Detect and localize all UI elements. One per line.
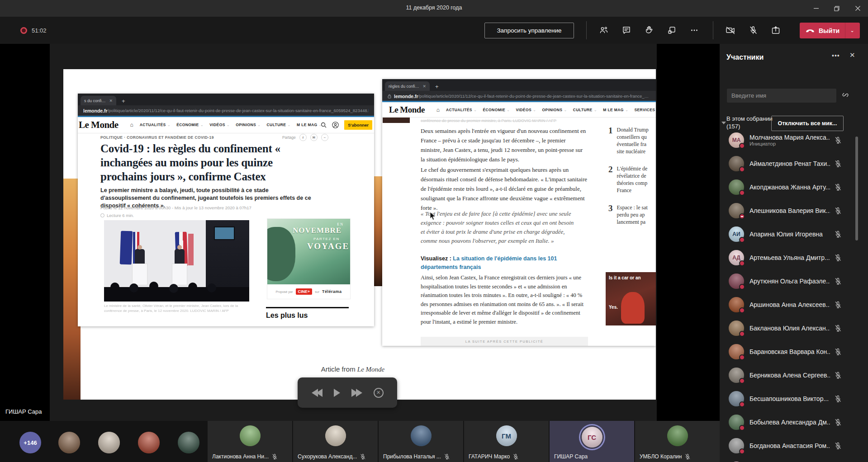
participant-row[interactable]: Алешникова Валерия Вик... bbox=[720, 199, 868, 222]
browser-tab[interactable]: règles du confi… ✕ bbox=[385, 81, 430, 91]
nav-item[interactable]: M LE MAG bbox=[603, 108, 628, 112]
more-actions-button[interactable] bbox=[687, 22, 702, 38]
most-read-item[interactable]: 3 Espace : le sat perdu peu ap lancement… bbox=[608, 204, 656, 226]
participant-row[interactable]: Бакланова Юлия Алексан... bbox=[720, 316, 868, 340]
copy-link-icon[interactable] bbox=[841, 90, 850, 99]
play-button[interactable] bbox=[334, 389, 340, 397]
mic-off-icon[interactable] bbox=[834, 160, 842, 168]
participant-row[interactable]: Акопджанова Жанна Арту... bbox=[720, 175, 868, 199]
mic-off-icon[interactable] bbox=[834, 348, 842, 356]
breakout-rooms-button[interactable] bbox=[664, 22, 679, 38]
leave-options-chevron-icon[interactable]: ⌄ bbox=[845, 28, 859, 33]
panel-more-icon[interactable]: ••• bbox=[832, 52, 840, 59]
overflow-count-bubble[interactable]: +146 bbox=[19, 432, 41, 453]
video-tile[interactable]: Лактионова Анна Ни... bbox=[208, 421, 292, 462]
scrollbar-thumb[interactable] bbox=[855, 137, 858, 240]
leave-button[interactable]: Выйти ⌄ bbox=[800, 23, 860, 38]
participant-row[interactable]: Аймалетдинов Ренат Тахи... bbox=[720, 152, 868, 175]
nav-item[interactable]: CULTURE bbox=[573, 108, 597, 112]
participant-avatar[interactable] bbox=[178, 432, 199, 453]
nav-item[interactable]: ACTUALITÉS bbox=[140, 123, 171, 127]
participant-row[interactable]: Богданова Анастасия Ром... bbox=[720, 434, 868, 457]
mic-off-icon[interactable] bbox=[834, 442, 842, 450]
presenter-video-offline[interactable] bbox=[0, 44, 50, 421]
mic-off-icon[interactable] bbox=[834, 254, 842, 262]
participant-row[interactable]: АД Артемьева Ульяна Дмитр... bbox=[720, 246, 868, 269]
home-icon[interactable]: ⌂ bbox=[130, 122, 133, 128]
lemonde-logo[interactable]: Le Monde bbox=[389, 105, 425, 115]
most-read-item[interactable]: 2 L'épidémie de révélatrice de théories … bbox=[608, 165, 656, 194]
nav-item[interactable]: OPINIONS bbox=[542, 108, 567, 112]
nav-item[interactable]: M LE MAG bbox=[297, 123, 321, 127]
participant-avatar[interactable] bbox=[138, 432, 160, 453]
sidebar-ad[interactable]: Is it a car or an Yes. bbox=[606, 272, 656, 325]
new-tab-button[interactable]: + bbox=[122, 98, 125, 105]
nav-item[interactable]: VIDÉOS bbox=[516, 108, 536, 112]
participants-button[interactable] bbox=[596, 22, 611, 38]
mic-off-icon[interactable] bbox=[834, 137, 842, 144]
video-tile[interactable]: УМБЛО Коралин bbox=[635, 421, 720, 462]
address-bar[interactable]: lemonde.fr/politique/article/2020/11/12/… bbox=[78, 105, 374, 116]
account-icon[interactable] bbox=[332, 122, 339, 128]
request-control-button[interactable]: Запросить управление bbox=[484, 23, 574, 38]
participant-row[interactable]: Бобылева Александра Дм... bbox=[720, 410, 868, 434]
participant-row[interactable]: АИ Апарина Юлия Игоревна bbox=[720, 222, 868, 246]
email-share-icon[interactable]: ✉ bbox=[310, 134, 318, 141]
video-tile[interactable]: Сухорукова Александ... bbox=[293, 421, 378, 462]
video-tile[interactable]: ГС ГИШАР Сара bbox=[550, 421, 634, 462]
most-read-item[interactable]: 1 Donald Trump conseillers qu éventuelle… bbox=[608, 126, 656, 155]
fast-forward-button[interactable] bbox=[351, 389, 362, 397]
raise-hand-button[interactable] bbox=[641, 22, 656, 38]
nav-item[interactable]: CULTURE bbox=[267, 123, 291, 127]
new-tab-button[interactable]: + bbox=[435, 83, 439, 91]
tab-close-icon[interactable]: ✕ bbox=[423, 84, 427, 89]
mic-off-icon[interactable] bbox=[834, 301, 842, 309]
participant-row[interactable]: Аршинова Анна Алексеев... bbox=[720, 293, 868, 316]
participant-avatar[interactable] bbox=[98, 432, 120, 453]
participant-row[interactable] bbox=[720, 457, 868, 462]
search-icon[interactable] bbox=[321, 122, 327, 128]
home-icon[interactable]: ⌂ bbox=[436, 107, 440, 113]
participant-row[interactable]: МА Молчанова Мария Алекса... Инициатор bbox=[720, 128, 868, 152]
mic-off-icon[interactable] bbox=[834, 372, 842, 379]
camera-off-button[interactable] bbox=[723, 22, 738, 38]
close-button[interactable] bbox=[847, 0, 868, 17]
browser-tab[interactable]: s du confi… ✕ bbox=[81, 96, 116, 105]
subscribe-button[interactable]: S'abonner bbox=[344, 120, 372, 130]
share-screen-button[interactable] bbox=[768, 22, 783, 38]
tab-close-icon[interactable]: ✕ bbox=[109, 99, 113, 103]
address-bar[interactable]: lemonde.fr/politique/article/2020/11/12/… bbox=[382, 91, 656, 101]
nav-item[interactable]: SERVICES bbox=[634, 108, 656, 112]
mic-off-button[interactable] bbox=[745, 22, 760, 38]
mic-off-icon[interactable] bbox=[834, 278, 842, 285]
video-tile[interactable]: Прибылова Наталья ... bbox=[379, 421, 463, 462]
nav-item[interactable]: ÉCONOMIE bbox=[483, 108, 510, 112]
mic-off-icon[interactable] bbox=[834, 231, 842, 238]
mic-off-icon[interactable] bbox=[834, 325, 842, 332]
facebook-share-icon[interactable]: f bbox=[299, 134, 307, 141]
participant-avatar[interactable] bbox=[58, 432, 80, 453]
mic-off-icon[interactable] bbox=[834, 395, 842, 403]
nav-item[interactable]: ACTUALITÉS bbox=[446, 108, 477, 112]
restore-button[interactable] bbox=[826, 0, 847, 17]
mic-off-icon[interactable] bbox=[834, 419, 842, 426]
search-input[interactable] bbox=[727, 89, 836, 103]
mic-off-icon[interactable] bbox=[834, 207, 842, 215]
nav-item[interactable]: ÉCONOMIE bbox=[176, 123, 204, 127]
participant-row[interactable]: Берникова Алена Сергеев... bbox=[720, 363, 868, 387]
rewind-button[interactable] bbox=[312, 389, 323, 397]
participant-row[interactable]: Бесшапошникова Виктор... bbox=[720, 387, 868, 410]
participant-row[interactable]: Арутюнян Ольга Рафаэле... bbox=[720, 269, 868, 293]
voyage-ad[interactable]: EN NOVEMBRE PARTEZ EN VOYAGE Proposé par… bbox=[267, 218, 351, 299]
more-share-icon[interactable]: ~ bbox=[321, 134, 328, 141]
lemonde-logo[interactable]: Le Monde bbox=[79, 119, 119, 131]
chat-button[interactable] bbox=[619, 22, 634, 38]
section-chevron-icon[interactable] bbox=[721, 122, 726, 124]
panel-close-icon[interactable]: ✕ bbox=[849, 51, 855, 59]
nav-item[interactable]: VIDÉOS bbox=[209, 123, 230, 127]
nav-item[interactable]: OPINIONS bbox=[236, 123, 261, 127]
mic-off-icon[interactable] bbox=[834, 184, 842, 191]
minimize-button[interactable] bbox=[806, 0, 826, 17]
video-tile[interactable]: ГМ ГАТАРИЧ Марко bbox=[464, 421, 549, 462]
participant-row[interactable]: Барановская Варвара Кон... bbox=[720, 340, 868, 363]
